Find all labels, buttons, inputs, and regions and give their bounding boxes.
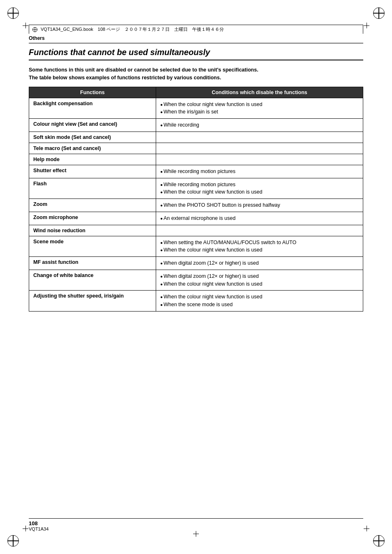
table-cell-function: Zoom microphone	[29, 212, 156, 225]
inner-mark-bottom-right	[364, 526, 369, 531]
table-cell-conditions: When setting the AUTO/MANUAL/FOCUS switc…	[156, 236, 363, 257]
table-cell-conditions: When digital zoom (12× or higher) is use…	[156, 270, 363, 291]
inner-mark-bottom-left	[23, 526, 28, 531]
table-cell-conditions: While recording motion pictures	[156, 165, 363, 178]
table-row: Soft skin mode (Set and cancel)	[29, 132, 363, 143]
condition-item: When the colour night view function is u…	[160, 280, 359, 288]
table-cell-function: Shutter effect	[29, 165, 156, 178]
table-row: MF assist functionWhen digital zoom (12×…	[29, 257, 363, 270]
crosshair-icon	[32, 27, 37, 32]
registration-mark-top-left	[7, 7, 19, 19]
table-row: Wind noise reduction	[29, 225, 363, 236]
table-cell-conditions: While recording	[156, 119, 363, 132]
page-number: 108	[29, 520, 38, 526]
file-info-bar: VQT1A34_GC_ENG.book 108 ページ ２００７年１月２７日 土…	[29, 25, 363, 34]
condition-item: When the PHOTO SHOT button is pressed ha…	[160, 201, 359, 209]
registration-mark-top-right	[373, 7, 385, 19]
condition-item: When the colour night view function is u…	[160, 293, 359, 301]
condition-item: While recording motion pictures	[160, 168, 359, 175]
condition-item: When digital zoom (12× or higher) is use…	[160, 259, 359, 267]
table-cell-conditions: When the colour night view function is u…	[156, 98, 363, 119]
condition-item: When the iris/gain is set	[160, 108, 359, 116]
intro-text: Some functions in this unit are disabled…	[29, 66, 363, 82]
table-cell-conditions	[156, 154, 363, 165]
registration-mark-bottom-left	[7, 535, 19, 547]
condition-item: An external microphone is used	[160, 215, 359, 222]
table-cell-conditions	[156, 225, 363, 236]
table-cell-conditions: When the colour night view function is u…	[156, 291, 363, 312]
table-row: Backlight compensationWhen the colour ni…	[29, 98, 363, 119]
condition-item: When the colour night view function is u…	[160, 246, 359, 254]
table-cell-conditions: An external microphone is used	[156, 212, 363, 225]
inner-mark-top-right	[364, 23, 369, 28]
table-cell-conditions: When digital zoom (12× or higher) is use…	[156, 257, 363, 270]
condition-item: While recording	[160, 121, 359, 129]
table-row: ZoomWhen the PHOTO SHOT button is presse…	[29, 199, 363, 212]
table-header-conditions: Conditions which disable the functions	[156, 87, 363, 98]
table-cell-function: Backlight compensation	[29, 98, 156, 119]
condition-item: When the colour night view function is u…	[160, 101, 359, 108]
page-footer: 108 VQT1A34	[29, 518, 363, 531]
table-cell-function: Zoom	[29, 199, 156, 212]
bottom-center-mark	[193, 531, 199, 537]
page-title: Functions that cannot be used simultaneo…	[29, 48, 363, 60]
registration-mark-bottom-right	[373, 535, 385, 547]
condition-item: When the colour night view function is u…	[160, 188, 359, 196]
section-label: Others	[29, 34, 363, 41]
table-cell-function: Help mode	[29, 154, 156, 165]
inner-mark-top-left	[23, 23, 28, 28]
table-cell-conditions	[156, 143, 363, 154]
table-row: Tele macro (Set and cancel)	[29, 143, 363, 154]
table-cell-function: Wind noise reduction	[29, 225, 156, 236]
table-cell-function: Colour night view (Set and cancel)	[29, 119, 156, 132]
table-cell-function: MF assist function	[29, 257, 156, 270]
condition-item: When the scene mode is used	[160, 301, 359, 309]
table-cell-function: Soft skin mode (Set and cancel)	[29, 132, 156, 143]
table-row: Change of white balanceWhen digital zoom…	[29, 270, 363, 291]
condition-item: While recording motion pictures	[160, 181, 359, 189]
table-cell-conditions: When the PHOTO SHOT button is pressed ha…	[156, 199, 363, 212]
functions-table: Functions Conditions which disable the f…	[29, 87, 363, 312]
table-cell-function: Scene mode	[29, 236, 156, 257]
condition-item: When digital zoom (12× or higher) is use…	[160, 272, 359, 280]
model-number: VQT1A34	[29, 526, 48, 531]
condition-item: When setting the AUTO/MANUAL/FOCUS switc…	[160, 239, 359, 247]
table-cell-function: Flash	[29, 178, 156, 199]
table-cell-function: Adjusting the shutter speed, iris/gain	[29, 291, 156, 312]
section-rule	[29, 43, 363, 44]
table-row: Help mode	[29, 154, 363, 165]
table-row: FlashWhile recording motion picturesWhen…	[29, 178, 363, 199]
table-cell-function: Tele macro (Set and cancel)	[29, 143, 156, 154]
table-row: Scene modeWhen setting the AUTO/MANUAL/F…	[29, 236, 363, 257]
table-row: Adjusting the shutter speed, iris/gainWh…	[29, 291, 363, 312]
table-row: Colour night view (Set and cancel)While …	[29, 119, 363, 132]
table-cell-function: Change of white balance	[29, 270, 156, 291]
table-header-functions: Functions	[29, 87, 156, 98]
table-cell-conditions: While recording motion picturesWhen the …	[156, 178, 363, 199]
table-row: Shutter effectWhile recording motion pic…	[29, 165, 363, 178]
table-row: Zoom microphoneAn external microphone is…	[29, 212, 363, 225]
file-info-text: VQT1A34_GC_ENG.book 108 ページ ２００７年１月２７日 土…	[41, 26, 224, 32]
table-cell-conditions	[156, 132, 363, 143]
